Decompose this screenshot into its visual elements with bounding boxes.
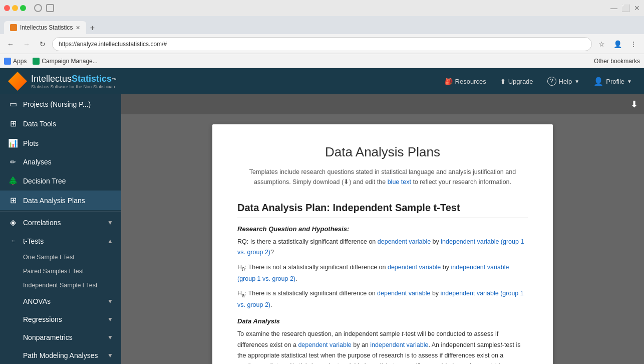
- analyses-icon: ✏: [8, 158, 18, 166]
- ha-by: by: [432, 290, 441, 297]
- sidebar-item-correlations[interactable]: ◈ Correlations ▼: [0, 213, 121, 232]
- download-button[interactable]: ⬇: [630, 99, 638, 110]
- apps-icon: [4, 58, 11, 65]
- upgrade-icon: ⬆: [500, 78, 506, 85]
- plots-icon: 📊: [8, 138, 18, 148]
- doc-container: Data Analysis Plans Templates include re…: [121, 114, 644, 364]
- other-bookmarks-label[interactable]: Other bookmarks: [594, 58, 640, 65]
- sidebar-item-data-tools[interactable]: ⊞ Data Tools: [0, 114, 121, 133]
- section-title: Data Analysis Plan: Independent Sample t…: [237, 202, 528, 218]
- sidebar-sub-independent-sample[interactable]: Independent Sample t Test: [23, 278, 121, 292]
- tab-bar: Intellectus Statistics ✕ +: [0, 16, 644, 34]
- doc-main-title: Data Analysis Plans: [237, 144, 528, 160]
- minimize-btn[interactable]: —: [610, 4, 617, 12]
- help-chevron: ▼: [574, 79, 579, 84]
- bookmark-campaign[interactable]: Campaign Manage...: [33, 58, 97, 65]
- rq-blue1: dependent variable: [378, 238, 431, 245]
- h0-prefix: H: [237, 264, 242, 271]
- data-analysis-p1: To examine the research question, an ind…: [237, 329, 528, 364]
- decision-tree-icon: 🌲: [8, 176, 18, 186]
- subtitle-download-icon: ⬇: [344, 178, 349, 186]
- logo-area: Intellectus Statistics ™ Statistics Soft…: [8, 72, 117, 91]
- logo-name2: Statistics: [72, 74, 112, 84]
- nav-bar: ← → ↻ ☆ 👤 ⋮: [0, 34, 644, 54]
- sidebar-sub-one-sample[interactable]: One Sample t Test: [23, 250, 121, 264]
- logo-icon: [8, 72, 27, 91]
- sidebar-item-data-analysis-plans[interactable]: ⊞ Data Analysis Plans: [0, 191, 121, 210]
- bookmarks-bar: Apps Campaign Manage... Other bookmarks: [0, 54, 644, 68]
- da-p1-text1: To examine the research question, an ind…: [237, 330, 400, 337]
- sidebar-item-analyses[interactable]: ✏ Analyses: [0, 153, 121, 171]
- subtitle-line1: Templates include research questions sta…: [249, 168, 516, 175]
- app-container: Intellectus Statistics ™ Statistics Soft…: [0, 68, 644, 364]
- sidebar-ttests-label: t-Tests: [23, 237, 102, 245]
- active-tab[interactable]: Intellectus Statistics ✕: [4, 21, 86, 34]
- ha-end: .: [270, 301, 272, 308]
- sidebar-dap-label: Data Analysis Plans: [23, 197, 113, 205]
- doc-subtitle: Templates include research questions sta…: [237, 167, 528, 187]
- sidebar: ▭ Projects (Nursing P...) ⊞ Data Tools 📊…: [0, 94, 121, 364]
- nav-upgrade[interactable]: ⬆ Upgrade: [496, 76, 537, 87]
- sidebar-item-ttests[interactable]: ≈ t-Tests ▲: [0, 232, 121, 250]
- reload-btn[interactable]: ↻: [36, 38, 49, 51]
- correlations-icon: ◈: [8, 218, 18, 227]
- sidebar-correlations-label: Correlations: [23, 219, 102, 227]
- forward-btn[interactable]: →: [20, 38, 33, 51]
- nav-help[interactable]: ? Help ▼: [543, 75, 584, 88]
- dap-icon: ⊞: [8, 196, 18, 205]
- sidebar-item-projects[interactable]: ▭ Projects (Nursing P...): [0, 94, 121, 114]
- account-btn[interactable]: 👤: [611, 38, 624, 51]
- sidebar-item-plots[interactable]: 📊 Plots: [0, 133, 121, 153]
- logo-tm: ™: [112, 77, 117, 83]
- sidebar-path-modeling-label: Path Modeling Analyses: [23, 351, 102, 359]
- back-btn[interactable]: ←: [4, 38, 17, 51]
- nonparametrics-arrow: ▼: [107, 334, 113, 341]
- new-tab-btn[interactable]: +: [86, 22, 98, 34]
- main-area: ▭ Projects (Nursing P...) ⊞ Data Tools 📊…: [0, 94, 644, 364]
- nav-profile[interactable]: 👤 Profile ▼: [589, 75, 636, 88]
- nav-resources[interactable]: 🎒 Resources: [441, 76, 490, 87]
- rq-text: RQ: Is there a statistically significant…: [237, 238, 376, 245]
- campaign-icon: [33, 58, 40, 65]
- sidebar-anovas-label: ANOVAs: [23, 297, 102, 305]
- da-p1-text4: . An independent samples: [428, 341, 500, 348]
- sidebar-item-nonparametrics[interactable]: Nonparametrics ▼: [0, 328, 121, 346]
- content-area: ⬇ Data Analysis Plans Templates include …: [121, 94, 644, 364]
- subsection1-title: Research Question and Hypothesis:: [237, 225, 528, 233]
- data-tools-icon: ⊞: [8, 119, 18, 128]
- maximize-btn[interactable]: ⬜: [621, 4, 630, 12]
- menu-btn[interactable]: ⋮: [627, 38, 640, 51]
- tab-close-btn[interactable]: ✕: [76, 25, 80, 31]
- help-label: Help: [559, 78, 572, 85]
- projects-icon: ▭: [8, 99, 18, 109]
- da-p1-blue2: independent variable: [370, 341, 428, 348]
- correlations-arrow: ▼: [107, 219, 113, 226]
- bookmark-apps[interactable]: Apps: [4, 58, 27, 65]
- sidebar-data-tools-label: Data Tools: [23, 120, 113, 128]
- rq-paragraph: RQ: Is there a statistically significant…: [237, 237, 528, 258]
- doc-paper: Data Analysis Plans Templates include re…: [212, 124, 553, 364]
- browser-chrome: — ⬜ ✕ Intellectus Statistics ✕ + ← → ↻ ☆…: [0, 0, 644, 68]
- anovas-arrow: ▼: [107, 298, 113, 305]
- bookmark-btn[interactable]: ☆: [595, 38, 608, 51]
- bookmark-apps-label: Apps: [13, 58, 27, 65]
- tab-title: Intellectus Statistics: [20, 24, 73, 31]
- close-btn[interactable]: ✕: [634, 4, 640, 12]
- sidebar-item-anovas[interactable]: ANOVAs ▼: [0, 292, 121, 310]
- regressions-arrow: ▼: [107, 316, 113, 323]
- sidebar-item-path-modeling[interactable]: Path Modeling Analyses ▼: [0, 346, 121, 364]
- title-bar: — ⬜ ✕: [0, 0, 644, 16]
- ha-blue1: dependent variable: [377, 290, 430, 297]
- profile-label: Profile: [606, 78, 624, 85]
- bookmark-campaign-label: Campaign Manage...: [42, 58, 97, 65]
- top-nav: Intellectus Statistics ™ Statistics Soft…: [0, 68, 644, 94]
- content-toolbar: ⬇: [121, 94, 644, 114]
- sidebar-item-decision-tree[interactable]: 🌲 Decision Tree: [0, 171, 121, 191]
- address-bar[interactable]: [52, 37, 592, 51]
- sidebar-sub-paired-samples[interactable]: Paired Samples t Test: [23, 264, 121, 278]
- rq-end: ?: [270, 249, 274, 256]
- tab-favicon: [10, 24, 17, 31]
- path-modeling-arrow: ▼: [107, 352, 113, 359]
- sidebar-item-regressions[interactable]: Regressions ▼: [0, 310, 121, 328]
- sidebar-analyses-label: Analyses: [23, 158, 113, 166]
